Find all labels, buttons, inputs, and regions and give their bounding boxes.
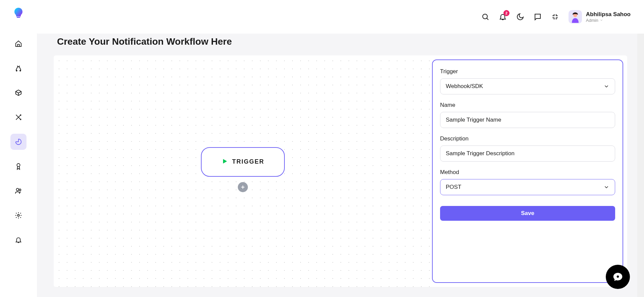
page-title: Create Your Notification Workflow Here	[57, 36, 627, 47]
play-icon	[221, 158, 228, 166]
sidebar-nav	[10, 36, 26, 248]
description-input-wrap	[440, 145, 615, 162]
name-input[interactable]	[446, 117, 609, 123]
moon-icon[interactable]	[516, 13, 524, 21]
sidebar-item-analytics[interactable]	[10, 134, 26, 150]
chevron-down-icon	[603, 83, 609, 89]
sidebar-item-settings[interactable]	[10, 207, 26, 223]
save-button[interactable]: Save	[440, 206, 615, 221]
workflow-canvas[interactable]: TRIGGER	[54, 55, 432, 287]
chevron-down-icon	[600, 18, 603, 22]
avatar	[569, 10, 582, 24]
user-role: Admin	[586, 18, 631, 23]
svg-point-6	[17, 214, 19, 216]
name-field: Name	[440, 102, 615, 128]
name-label: Name	[440, 102, 615, 109]
chat-widget-button[interactable]	[606, 265, 630, 289]
trigger-type-value: Webhook/SDK	[446, 83, 483, 90]
svg-point-3	[17, 164, 20, 167]
svg-point-1	[16, 70, 17, 71]
topbar: 2 Abhilipsa Sahoo Admin	[37, 0, 644, 34]
trigger-node-label: TRIGGER	[232, 158, 264, 165]
notification-badge: 2	[503, 10, 509, 16]
sidebar-item-home[interactable]	[10, 36, 26, 52]
method-value: POST	[446, 184, 461, 190]
chevron-down-icon	[603, 184, 609, 190]
page-scrollbar[interactable]	[637, 0, 644, 297]
add-node-button[interactable]	[238, 182, 248, 192]
trigger-type-field: Trigger Webhook/SDK	[440, 68, 615, 94]
sidebar	[0, 0, 37, 297]
main-content: Create Your Notification Workflow Here T…	[37, 34, 644, 297]
trigger-type-label: Trigger	[440, 68, 615, 75]
search-icon[interactable]	[481, 13, 489, 21]
description-label: Description	[440, 135, 615, 142]
trigger-config-panel: Trigger Webhook/SDK Name Description	[432, 59, 623, 283]
trigger-node[interactable]: TRIGGER	[201, 147, 285, 177]
sidebar-item-notifications[interactable]	[10, 232, 26, 248]
message-icon[interactable]	[534, 13, 542, 21]
user-menu[interactable]: Abhilipsa Sahoo Admin	[569, 10, 631, 24]
svg-point-7	[483, 14, 487, 19]
description-field: Description	[440, 135, 615, 162]
sidebar-item-award[interactable]	[10, 158, 26, 174]
name-input-wrap	[440, 112, 615, 128]
svg-point-4	[16, 188, 19, 191]
sidebar-item-package[interactable]	[10, 85, 26, 101]
workflow-workspace: TRIGGER Trigger Webhook/SDK Name	[54, 55, 627, 287]
svg-point-5	[19, 189, 21, 191]
method-select[interactable]: POST	[440, 179, 615, 195]
minimize-icon[interactable]	[551, 13, 559, 21]
description-input[interactable]	[446, 150, 609, 157]
trigger-type-select[interactable]: Webhook/SDK	[440, 78, 615, 94]
svg-rect-0	[17, 17, 20, 18]
sidebar-item-routes[interactable]	[10, 60, 26, 76]
app-logo[interactable]	[12, 7, 24, 19]
user-name: Abhilipsa Sahoo	[586, 11, 631, 18]
sidebar-item-shuffle[interactable]	[10, 109, 26, 125]
bell-icon[interactable]: 2	[499, 13, 507, 21]
svg-point-2	[20, 70, 21, 71]
sidebar-item-users[interactable]	[10, 183, 26, 199]
user-info: Abhilipsa Sahoo Admin	[586, 11, 631, 23]
method-label: Method	[440, 169, 615, 176]
method-field: Method POST	[440, 169, 615, 195]
